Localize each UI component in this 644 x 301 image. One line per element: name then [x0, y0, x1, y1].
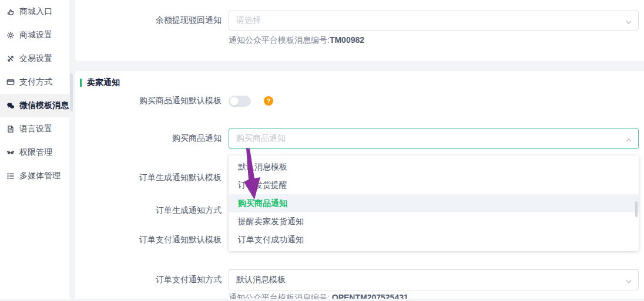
sidebar-item-label: 交易设置 — [19, 53, 52, 64]
order-paid-method-select[interactable]: 默认消息模板 — [229, 269, 639, 290]
sidebar-item-payment-methods[interactable]: 支付方式 — [0, 70, 69, 94]
sidebar-item-label: 语言设置 — [19, 124, 52, 134]
sidebar: 商城入口 商城设置 交易设置 支付方式 微信模板消息 语言设置 权限管理 — [0, 0, 69, 299]
purchase-notice-row: 购买商品通知 购买商品通知 — [75, 128, 644, 149]
credit-card-icon — [6, 78, 15, 86]
sidebar-item-label: 支付方式 — [19, 77, 52, 87]
order-paid-template-label: 订单支付通知默认模板 — [75, 234, 222, 245]
template-code: OPENTM207525431 — [332, 293, 408, 299]
chevron-down-icon — [625, 277, 632, 283]
chevron-up-icon — [625, 136, 632, 141]
sidebar-item-multimedia-management[interactable]: 多媒体管理 — [0, 164, 69, 188]
chat-bubbles-icon — [6, 102, 15, 110]
order-created-template-label: 订单生成通知默认模板 — [75, 171, 222, 183]
sidebar-item-label: 多媒体管理 — [19, 171, 61, 181]
dropdown-option[interactable]: 默认消息模板 — [229, 158, 639, 176]
purchase-default-template-toggle[interactable] — [229, 96, 251, 107]
dropdown-option[interactable]: 订单发货提醒 — [229, 176, 639, 194]
withdraw-notice-row: 余额提现驳回通知 请选择 — [75, 11, 644, 31]
sidebar-item-label: 权限管理 — [19, 147, 52, 158]
order-paid-method-row: 订单支付通知方式 默认消息模板 — [75, 269, 644, 290]
thumb-up-icon — [6, 8, 15, 16]
template-code-hint: 通知公众平台模板消息编号:TM00982 — [229, 35, 364, 46]
section-header: 卖家通知 — [80, 77, 120, 88]
select-placeholder: 购买商品通知 — [236, 133, 286, 144]
dropdown-option-selected[interactable]: 购买商品通知 — [229, 194, 639, 212]
eye-mask-icon — [6, 148, 15, 157]
purchase-notice-dropdown: 默认消息模板 订单发货提醒 购买商品通知 提醒卖家发货通知 订单支付成功通知 — [229, 155, 639, 251]
dropdown-option[interactable]: 提醒卖家发货通知 — [229, 212, 639, 231]
document-icon — [6, 125, 15, 133]
seller-notifications-card: 卖家通知 购买商品通知默认模板 ? 购买商品通知 购买商品通知 订单生成通知默认… — [75, 71, 644, 299]
toggle-knob — [230, 97, 239, 106]
sidebar-item-mall-entry[interactable]: 商城入口 — [0, 0, 69, 23]
withdraw-notice-select[interactable]: 请选择 — [229, 11, 639, 31]
gear-icon — [6, 31, 15, 39]
order-paid-method-label: 订单支付通知方式 — [75, 275, 229, 285]
chevron-down-icon — [625, 18, 632, 23]
wechat-template-settings-page: { "sidebar": { "items": [ { "label": "商城… — [0, 0, 644, 301]
sidebar-item-label: 微信模板消息 — [19, 100, 69, 111]
template-code-hint: 通知公众平台模板消息编号: OPENTM207525431 — [229, 293, 408, 299]
sidebar-item-permission-management[interactable]: 权限管理 — [0, 141, 69, 164]
hint-text: 通知公众平台模板消息编号: — [229, 293, 332, 299]
purchase-notice-select[interactable]: 购买商品通知 — [229, 128, 639, 149]
select-value: 默认消息模板 — [236, 275, 286, 285]
sidebar-scrollbar-thumb[interactable] — [70, 73, 73, 111]
purchase-default-template-label: 购买商品通知默认模板 — [75, 96, 229, 106]
dropdown-scrollbar-thumb[interactable] — [635, 201, 638, 217]
sidebar-item-label: 商城入口 — [19, 6, 52, 17]
withdraw-notice-card: 余额提现驳回通知 请选择 通知公众平台模板消息编号:TM00982 — [75, 0, 644, 61]
sidebar-item-mall-settings[interactable]: 商城设置 — [0, 23, 69, 47]
purchase-notice-label: 购买商品通知 — [75, 133, 229, 144]
purchase-default-template-row: 购买商品通知默认模板 ? — [75, 95, 644, 107]
help-question-icon[interactable]: ? — [264, 96, 273, 106]
sidebar-item-label: 商城设置 — [19, 30, 52, 40]
section-title: 卖家通知 — [87, 77, 120, 88]
hint-text: 通知公众平台模板消息编号: — [229, 35, 330, 45]
order-created-method-label: 订单生成通知方式 — [75, 204, 222, 216]
list-icon — [6, 172, 15, 180]
sidebar-item-trade-settings[interactable]: 交易设置 — [0, 47, 69, 70]
sidebar-item-language-settings[interactable]: 语言设置 — [0, 117, 69, 141]
dropdown-option[interactable]: 订单支付成功通知 — [229, 231, 639, 249]
select-placeholder: 请选择 — [236, 15, 261, 26]
exchange-arrows-icon — [6, 55, 15, 63]
section-accent-bar — [80, 79, 82, 87]
template-code: TM00982 — [330, 35, 364, 45]
withdraw-notice-label: 余额提现驳回通知 — [75, 15, 229, 26]
sidebar-item-wechat-template-messages[interactable]: 微信模板消息 — [0, 94, 69, 117]
